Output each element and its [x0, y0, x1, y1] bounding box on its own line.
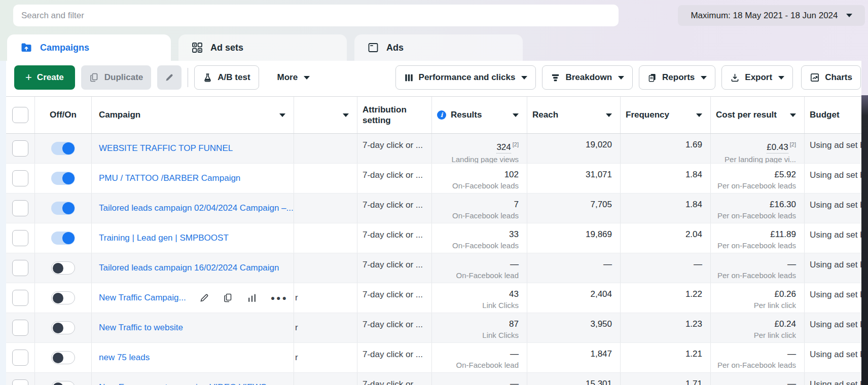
sort-caret-icon[interactable]: [696, 113, 702, 117]
header-results[interactable]: iResults: [432, 97, 527, 133]
cost-cell: —: [711, 373, 805, 385]
campaign-link[interactable]: new 75 leads: [99, 353, 150, 363]
campaign-link[interactable]: PMU / TATTOO /BARBER Campaign: [99, 173, 240, 183]
campaign-toggle[interactable]: [51, 381, 75, 385]
header-select-all: [6, 97, 35, 133]
sort-caret-icon[interactable]: [513, 113, 519, 117]
campaign-toggle[interactable]: [51, 202, 75, 215]
bar-chart-icon[interactable]: [247, 293, 257, 303]
results-cell: —: [432, 373, 527, 385]
ab-test-button[interactable]: A/B test: [194, 65, 259, 90]
sort-caret-icon[interactable]: [279, 113, 285, 117]
edit-pencil-icon[interactable]: [199, 293, 209, 303]
campaign-link[interactable]: Tailored leads campaign 02/04/2024 Campa…: [99, 203, 294, 213]
row-checkbox[interactable]: [12, 320, 28, 336]
more-button[interactable]: More: [272, 65, 315, 90]
duplicate-button[interactable]: Duplicate: [81, 65, 152, 90]
date-range-selector[interactable]: Maximum: 18 May 2021 - 18 Jun 2024: [678, 5, 865, 26]
reach-cell: 19,020: [527, 134, 621, 163]
breakdown-icon: [551, 73, 560, 83]
row-hover-actions: ●●●: [199, 293, 288, 303]
campaign-link[interactable]: WEBSITE TRAFFIC TOP FUNNEL: [99, 143, 233, 153]
row-checkbox[interactable]: [12, 200, 28, 216]
right-edge-scrollbar[interactable]: [861, 95, 868, 385]
table-header-row: Off/On Campaign Attribution setting iRes…: [6, 96, 868, 134]
page-left-margin: [0, 61, 6, 385]
frequency-cell: 1.69: [621, 134, 711, 163]
row-checkbox[interactable]: [12, 379, 28, 385]
campaign-link[interactable]: Training | Lead gen | SMPBOOST: [99, 233, 229, 243]
sort-caret-icon[interactable]: [343, 113, 349, 117]
results-cell: 87Link Clicks: [432, 313, 527, 342]
campaign-link[interactable]: New Engagement campaign VIDEO VIEWS: [99, 382, 267, 385]
budget-cell: Using ad set b: [805, 373, 868, 385]
export-button[interactable]: Export: [721, 65, 793, 90]
attribution-cell: 7-day click or ...: [357, 373, 432, 385]
campaigns-table: Off/On Campaign Attribution setting iRes…: [6, 96, 868, 385]
results-cell: 102On-Facebook leads: [432, 164, 527, 193]
campaign-toggle[interactable]: [51, 142, 75, 155]
search-input[interactable]: [13, 5, 619, 26]
header-campaign[interactable]: Campaign: [92, 97, 294, 133]
budget-cell: Using ad set b: [805, 253, 868, 283]
tab-campaigns[interactable]: Campaigns: [7, 34, 171, 61]
ab-test-label: A/B test: [218, 72, 250, 83]
campaign-toggle[interactable]: [51, 351, 75, 364]
columns-label: Performance and clicks: [419, 72, 516, 83]
header-clipped-column[interactable]: [294, 97, 357, 133]
columns-button[interactable]: Performance and clicks: [395, 65, 536, 90]
attribution-cell: 7-day click or ...: [357, 194, 432, 223]
cost-cell: £0.43[2]Per landing page vi...: [711, 134, 805, 163]
header-cost-per-result[interactable]: Cost per result: [711, 97, 805, 133]
header-frequency[interactable]: Frequency: [621, 97, 711, 133]
create-button[interactable]: + Create: [14, 65, 75, 90]
campaign-toggle[interactable]: [51, 261, 75, 275]
more-options-icon[interactable]: ●●●: [271, 294, 288, 301]
row-checkbox[interactable]: [12, 350, 28, 366]
sort-caret-icon[interactable]: [790, 113, 796, 117]
results-cell: 33On-Facebook leads: [432, 223, 527, 253]
toolbar-divider: [188, 68, 188, 87]
tab-ads[interactable]: Ads: [354, 34, 523, 61]
budget-cell: Using ad set b: [805, 343, 868, 372]
reports-button[interactable]: Reports: [639, 65, 715, 90]
campaign-link[interactable]: Tailored leads campaign 16/02/2024 Campa…: [99, 263, 279, 273]
campaign-toggle[interactable]: [51, 291, 75, 304]
chevron-down-icon: [521, 76, 527, 80]
budget-cell: Using ad set b: [805, 223, 868, 253]
table-row: new 75 leads r 7-day click or ... —On-Fa…: [6, 343, 868, 373]
reach-cell: 1,847: [527, 343, 621, 372]
row-checkbox[interactable]: [12, 260, 28, 276]
table-row: Training | Lead gen | SMPBOOST 7-day cli…: [6, 223, 868, 253]
campaign-link[interactable]: New Traffic Campaig...: [99, 293, 186, 303]
campaign-toggle[interactable]: [51, 232, 75, 245]
tab-ad-sets[interactable]: Ad sets: [178, 34, 347, 61]
row-checkbox[interactable]: [12, 170, 28, 186]
chevron-down-icon: [778, 76, 784, 80]
row-checkbox[interactable]: [12, 140, 28, 157]
select-all-checkbox[interactable]: [12, 107, 28, 123]
reach-cell: 7,705: [527, 194, 621, 223]
campaign-link[interactable]: New Traffic to website: [99, 323, 183, 333]
create-label: Create: [37, 72, 64, 83]
campaign-toggle[interactable]: [51, 321, 75, 334]
chevron-down-icon: [846, 14, 852, 17]
row-checkbox[interactable]: [12, 230, 28, 246]
header-reach[interactable]: Reach: [527, 97, 621, 133]
attribution-cell: 7-day click or ...: [357, 164, 432, 193]
attribution-cell: 7-day click or ...: [357, 343, 432, 372]
frequency-cell: 1.84: [621, 194, 711, 223]
sort-caret-icon[interactable]: [606, 113, 612, 117]
row-checkbox[interactable]: [12, 290, 28, 306]
edit-button[interactable]: [157, 65, 182, 90]
reports-icon: [647, 73, 657, 83]
breakdown-button[interactable]: Breakdown: [542, 65, 633, 90]
charts-button[interactable]: Charts: [801, 65, 861, 90]
campaign-toggle[interactable]: [51, 172, 75, 185]
table-row: WEBSITE TRAFFIC TOP FUNNEL 7-day click o…: [6, 134, 868, 164]
info-icon[interactable]: i: [437, 110, 446, 120]
cost-cell: £16.30Per on-Facebook leads: [711, 194, 805, 223]
export-download-icon: [730, 73, 740, 83]
chevron-down-icon: [701, 76, 707, 80]
duplicate-icon[interactable]: [223, 293, 233, 303]
